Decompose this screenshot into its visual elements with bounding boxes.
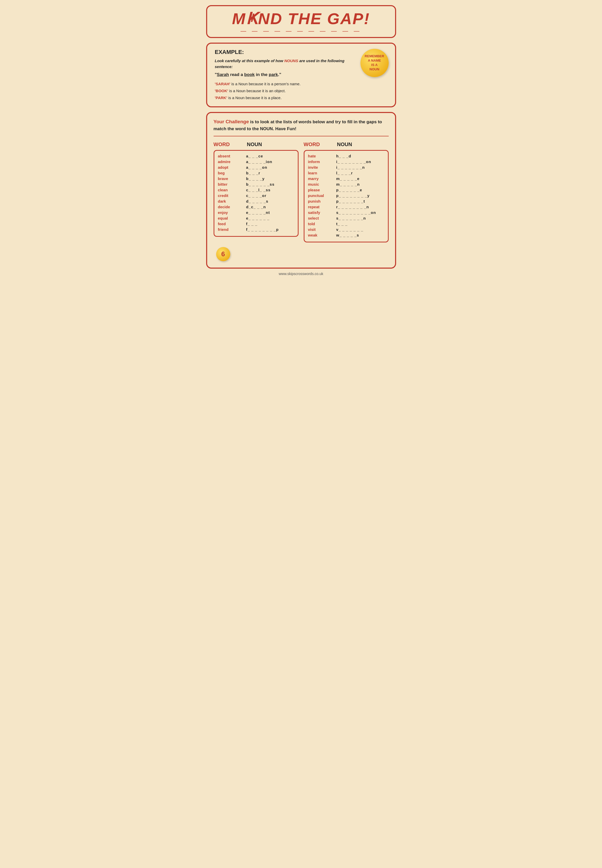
- sarah-desc: is a Noun because it is a person's name.: [230, 81, 301, 86]
- list-item: friendf_ _ _ _ _ _ _ _p: [218, 227, 294, 232]
- word-cell: learn: [308, 171, 336, 175]
- word-cell: marry: [308, 177, 336, 181]
- word-cell: dark: [218, 199, 246, 203]
- page-number: 6: [221, 250, 225, 258]
- noun-cell: t_ _ _: [336, 222, 348, 226]
- noun-cell: a_ _ _ _on: [246, 165, 267, 169]
- word-cell: select: [308, 216, 336, 220]
- remember-badge: REMEMBER A NAME IS A NOUN: [361, 49, 389, 77]
- noun-cell: a_ _ _ce: [246, 154, 263, 158]
- right-col-headers: WORD NOUN: [304, 141, 389, 147]
- challenge-box: Your Challenge is to look at the lists o…: [206, 112, 396, 269]
- word-cell: visit: [308, 227, 336, 232]
- word-cell: credit: [218, 194, 246, 198]
- right-header-noun: NOUN: [337, 141, 352, 147]
- left-header-noun: NOUN: [247, 141, 262, 147]
- word-cell: bitter: [218, 182, 246, 186]
- word-cell: feed: [218, 222, 246, 226]
- desc-noun: NOUNS: [284, 58, 298, 63]
- list-item: selects_ _ _ _ _ _ _n: [308, 216, 384, 220]
- left-col-headers: WORD NOUN: [213, 141, 299, 147]
- example-description: Look carefully at this example of how NO…: [215, 58, 349, 69]
- list-item: admirea_ _ _ _ _ion: [218, 160, 294, 164]
- noun-cell: b_ _ _ _y: [246, 177, 265, 181]
- list-item: marrym_ _ _ _ _e: [308, 177, 384, 181]
- sarah-label: 'SARAH': [215, 81, 230, 86]
- word-cell: adopt: [218, 165, 246, 169]
- noun-cell: e_ _ _ _ _ _: [246, 216, 270, 220]
- list-item: adopta_ _ _ _on: [218, 165, 294, 169]
- list-item: absenta_ _ _ce: [218, 154, 294, 158]
- noun-cell: h_ _ _d: [336, 154, 352, 158]
- list-item: creditc_ _ _ _or: [218, 194, 294, 198]
- noun-cell: p_ _ _ _ _ _e: [336, 188, 362, 192]
- list-item: weakw_ _ _ _ _s: [308, 233, 384, 237]
- word-cell: clean: [218, 188, 246, 192]
- word-cell: equal: [218, 216, 246, 220]
- word-columns: WORD NOUN absenta_ _ _ceadmirea_ _ _ _ _…: [213, 141, 389, 243]
- noun-cell: s_ _ _ _ _ _ _n: [336, 216, 366, 220]
- title-dashes: — — — — — — — — — — —: [215, 28, 387, 34]
- word-cell: inform: [308, 160, 336, 164]
- list-item: pleasep_ _ _ _ _ _e: [308, 188, 384, 192]
- page-number-badge: 6: [216, 247, 230, 261]
- noun-cell: i_ _ _ _ _ _ _n: [336, 165, 365, 169]
- word-cell: admire: [218, 160, 246, 164]
- noun-cell: w_ _ _ _ _s: [336, 233, 359, 237]
- list-item: decided_c_ _ _n: [218, 205, 294, 209]
- noun-cell: l_ _ _ _r: [336, 171, 353, 175]
- noun-cell: d_c_ _ _n: [246, 205, 266, 209]
- noun-cell: f_ _ _ _ _ _ _ _p: [246, 227, 279, 232]
- right-word-box: hateh_ _ _dinformi_ _ _ _ _ _ _ _oninvit…: [304, 150, 389, 243]
- list-item: visitv_ _ _ _ _ _ _: [308, 227, 384, 232]
- footer: www.skipscrosswords.co.uk: [206, 272, 396, 276]
- noun-cell: f_ _ _: [246, 222, 258, 226]
- word-cell: hate: [308, 154, 336, 158]
- challenge-bold: Your Challenge: [213, 119, 249, 124]
- list-item: cleanc_ _ _l_ _ss: [218, 188, 294, 192]
- word-cell: repeat: [308, 205, 336, 209]
- word-cell: satisfy: [308, 210, 336, 215]
- noun-cell: c_ _ _l_ _ss: [246, 188, 270, 192]
- noun-cell: r_ _ _ _ _ _ _ _n: [336, 205, 369, 209]
- list-item: toldt_ _ _: [308, 222, 384, 226]
- word-cell: absent: [218, 154, 246, 158]
- book-label: 'BOOK': [215, 89, 228, 93]
- list-item: darkd_ _ _ _ _s: [218, 199, 294, 203]
- list-item: equale_ _ _ _ _ _: [218, 216, 294, 220]
- list-item: informi_ _ _ _ _ _ _ _on: [308, 160, 384, 164]
- page-badge-row: 6: [213, 247, 389, 261]
- list-item: bitterb_ _ _ _ _ _ss: [218, 182, 294, 186]
- list-item: repeatr_ _ _ _ _ _ _ _n: [308, 205, 384, 209]
- example-label: EXAMPLE:: [215, 49, 387, 55]
- challenge-title: Your Challenge is to look at the lists o…: [213, 118, 389, 132]
- example-box: EXAMPLE: Look carefully at this example …: [206, 43, 396, 108]
- badge-text: REMEMBER A NAME IS A NOUN: [365, 54, 384, 72]
- word-cell: music: [308, 182, 336, 186]
- word-cell: told: [308, 222, 336, 226]
- right-column: WORD NOUN hateh_ _ _dinformi_ _ _ _ _ _ …: [304, 141, 389, 243]
- list-item: hateh_ _ _d: [308, 154, 384, 158]
- word-cell: please: [308, 188, 336, 192]
- park-word: park: [269, 72, 278, 77]
- right-header-word: WORD: [304, 141, 337, 147]
- word-cell: enjoy: [218, 210, 246, 215]
- list-item: satisfys_ _ _ _ _ _ _ _ _on: [308, 210, 384, 215]
- list-item: enjoye_ _ _ _ _nt: [218, 210, 294, 215]
- list-item: punctualp_ _ _ _ _ _ _ _y: [308, 194, 384, 198]
- word-cell: weak: [308, 233, 336, 237]
- park-label: 'PARK': [215, 95, 227, 100]
- noun-cell: p_ _ _ _ _ _ _ _y: [336, 194, 370, 198]
- list-item: braveb_ _ _ _y: [218, 177, 294, 181]
- book-word: book: [244, 72, 255, 77]
- noun-cell: m_ _ _ _ _e: [336, 177, 360, 181]
- list-item: punishp_ _ _ _ _ _ _t: [308, 199, 384, 203]
- noun-cell: p_ _ _ _ _ _ _t: [336, 199, 365, 203]
- separator-line: [213, 136, 389, 136]
- word-cell: brave: [218, 177, 246, 181]
- left-word-box: absenta_ _ _ceadmirea_ _ _ _ _ionadopta_…: [213, 150, 299, 237]
- noun-cell: i_ _ _ _ _ _ _ _on: [336, 160, 371, 164]
- sarah-word: Sarah: [217, 72, 229, 77]
- noun-cell: s_ _ _ _ _ _ _ _ _on: [336, 210, 376, 215]
- detail-sarah: 'SARAH' is a Noun because it is a person…: [215, 80, 387, 87]
